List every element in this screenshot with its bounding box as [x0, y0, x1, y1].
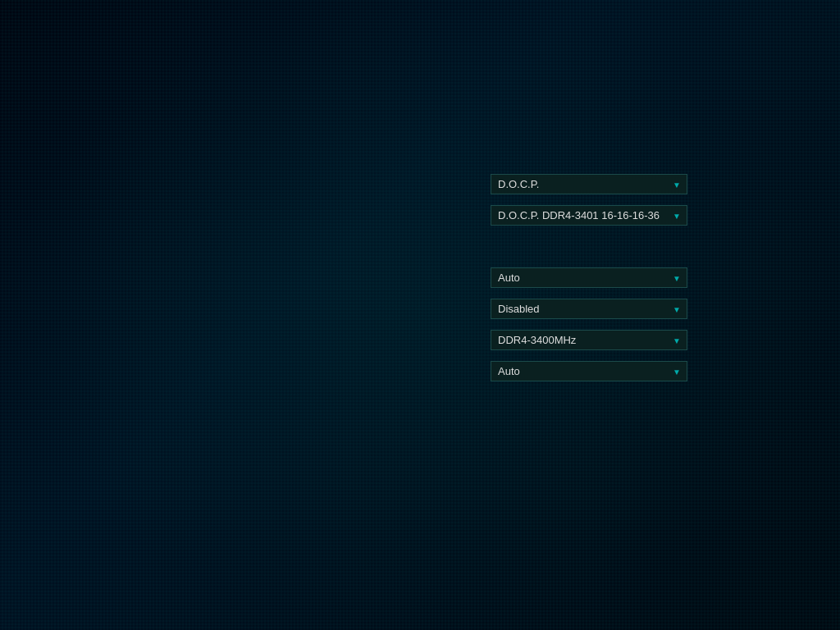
- app-container: ASUS UEFI BIOS Utility – Advanced Mode 0…: [0, 0, 840, 630]
- setting-select-wrap-docp: D.O.C.P. DDR4-3401 16-16-16-36 ▼: [491, 205, 687, 226]
- setting-select-fclk[interactable]: Auto 1700MHz: [491, 361, 687, 381]
- setting-select-wrap-sb-clock: Auto Disabled ▼: [491, 267, 687, 288]
- setting-select-docp[interactable]: D.O.C.P. DDR4-3401 16-16-16-36: [491, 205, 687, 226]
- background: [0, 0, 840, 630]
- setting-select-wrap-fclk: Auto 1700MHz ▼: [491, 361, 687, 381]
- setting-select-wrap-ai-overclock: D.O.C.P. Auto Manual ▼: [491, 174, 687, 194]
- setting-select-mem-freq[interactable]: DDR4-3400MHz DDR4-3200MHz DDR4-2933MHz A…: [491, 330, 687, 350]
- setting-select-asus-perf[interactable]: Disabled Enabled: [491, 299, 687, 319]
- setting-select-ai-overclock[interactable]: D.O.C.P. Auto Manual: [491, 174, 687, 194]
- setting-select-wrap-mem-freq: DDR4-3400MHz DDR4-3200MHz DDR4-2933MHz A…: [491, 330, 687, 350]
- setting-select-wrap-asus-perf: Disabled Enabled ▼: [491, 299, 687, 319]
- setting-select-sb-clock[interactable]: Auto Disabled: [491, 267, 687, 288]
